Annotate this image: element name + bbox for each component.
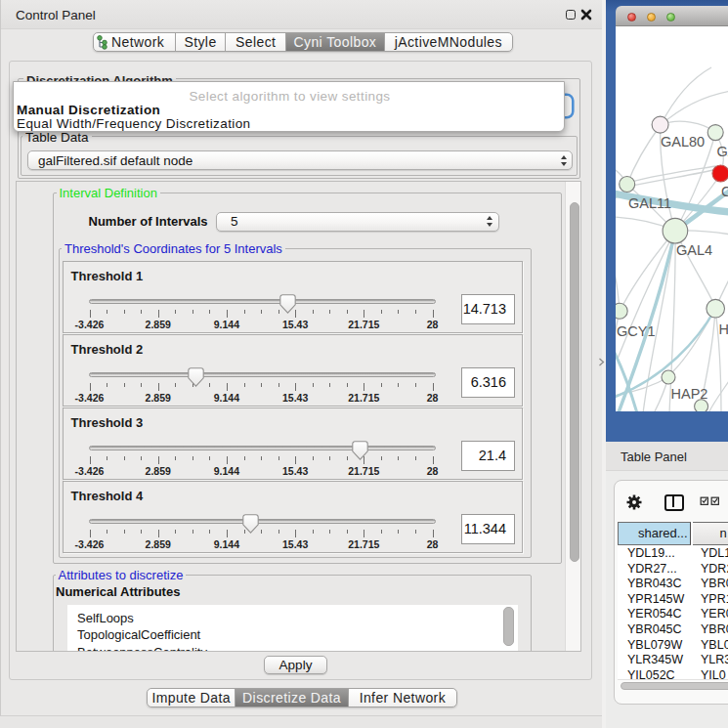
svg-text:GAL4: GAL4 — [676, 242, 712, 258]
svg-text:HAP2: HAP2 — [671, 386, 708, 402]
svg-text:C: C — [721, 184, 728, 199]
svg-text:GAL: GAL — [717, 144, 728, 159]
svg-text:GAL80: GAL80 — [661, 134, 705, 150]
svg-text:GAL11: GAL11 — [628, 195, 671, 211]
svg-text:GCY1: GCY1 — [617, 323, 656, 339]
svg-text:H: H — [719, 321, 728, 337]
